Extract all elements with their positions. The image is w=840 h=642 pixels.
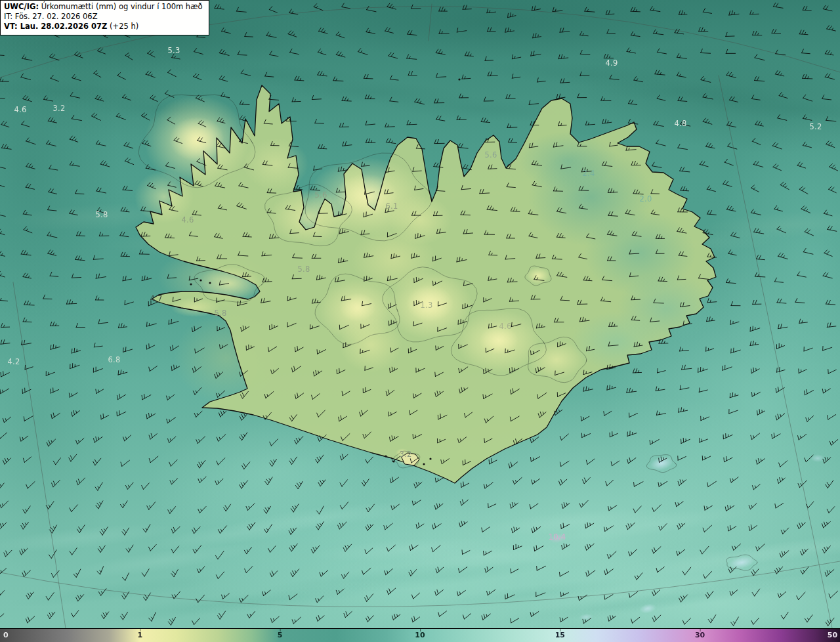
- weather-map-figure: 5.34.94.63.24.85.25.62.45.66.12.05.84.65…: [0, 0, 840, 642]
- map-title: Úrkomumætti (mm) og vindur í 100m hæð: [39, 2, 203, 11]
- colorbar-tick-label: 30: [695, 631, 705, 639]
- valid-time-line: VT: Lau. 28.02.2026 07Z (+25 h): [4, 22, 203, 32]
- precipitation-wind-map: [0, 0, 840, 628]
- colorbar-tick-label: 5: [278, 631, 283, 639]
- map-title-line: UWC/IG: Úrkomumætti (mm) og vindur í 100…: [4, 2, 203, 12]
- colorbar-tick-label: 1: [138, 631, 143, 639]
- colorbar-tick-label: 10: [415, 631, 425, 639]
- colorbar-tick-label: 0: [3, 631, 9, 639]
- map-title-box: UWC/IG: Úrkomumætti (mm) og vindur í 100…: [0, 0, 209, 35]
- model-id: UWC/IG:: [4, 2, 39, 11]
- init-time-line: IT: Fös. 27. 02. 2026 06Z: [4, 12, 203, 22]
- colorbar-tick-label: 50: [828, 631, 837, 639]
- colorbar: 01510153050: [0, 628, 840, 642]
- valid-time: VT: Lau. 28.02.2026 07Z: [4, 22, 107, 31]
- colorbar-tick-label: 15: [555, 631, 565, 639]
- valid-time-offset: (+25 h): [107, 22, 138, 31]
